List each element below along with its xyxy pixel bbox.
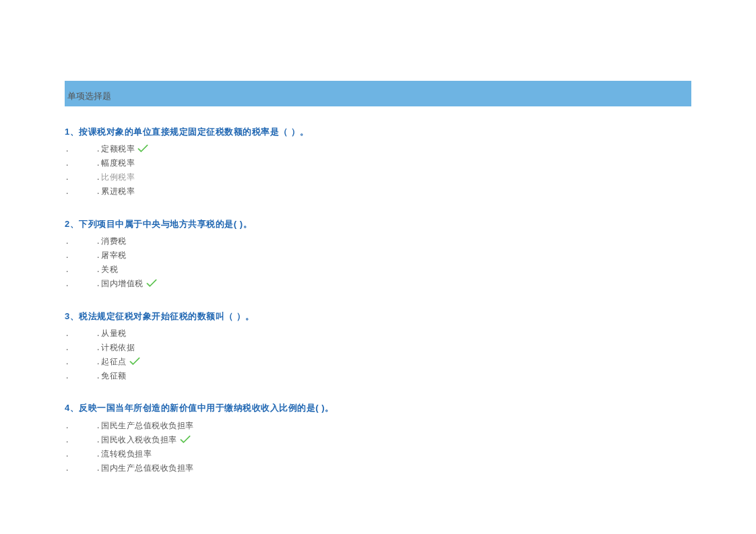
option-row: .. 国民生产总值税收负担率: [65, 418, 691, 432]
question-number: 2: [65, 219, 70, 229]
bullet-icon: .: [65, 327, 97, 340]
section-title: 单项选择题: [67, 90, 111, 102]
option-label: 消费税: [101, 234, 127, 248]
option-row: .. 免征额: [65, 368, 691, 382]
questions-list: 1、按课税对象的单位直接规定固定征税数额的税率是（ ）。.. 定额税率.. 幅度…: [65, 125, 691, 475]
question-body: 、税法规定征税对象开始征税的数额叫（ ）。: [70, 311, 255, 321]
question-number: 4: [65, 403, 70, 413]
bullet-icon: .: [65, 447, 97, 461]
checkmark-icon: [137, 144, 148, 154]
option-label: 国民生产总值税收负担率: [101, 419, 194, 432]
option-label: 起征点: [101, 355, 127, 368]
question-text: 1、按课税对象的单位直接规定固定征税数额的税率是（ ）。: [65, 125, 691, 139]
option-row: .. 从量税: [65, 326, 691, 340]
option-row: .. 幅度税率: [65, 156, 691, 170]
question-block: 4、反映一国当年所创造的新价值中用于缴纳税收收入比例的是( )。.. 国民生产总…: [65, 401, 691, 475]
bullet-icon: .: [65, 355, 97, 368]
option-row: .. 累进税率: [65, 185, 691, 199]
option-row: .. 国民收入税收负担率: [65, 432, 691, 446]
option-row: .. 计税依据: [65, 340, 691, 354]
option-label: 国内增值税: [101, 277, 144, 290]
bullet-icon: .: [65, 263, 97, 276]
bullet-icon: .: [65, 170, 97, 184]
option-label: 计税依据: [101, 341, 135, 354]
option-row: .. 定额税率: [65, 142, 691, 156]
option-label: 比例税率: [101, 170, 135, 184]
bullet-icon: .: [65, 433, 97, 446]
option-row: .. 屠宰税: [65, 248, 691, 263]
options: .. 国民生产总值税收负担率.. 国民收入税收负担率.. 流转税负担率.. 国内…: [65, 418, 691, 475]
bullet-icon: .: [65, 369, 97, 382]
question-text: 4、反映一国当年所创造的新价值中用于缴纳税收收入比例的是( )。: [65, 401, 691, 415]
option-row: .. 关税: [65, 263, 691, 277]
bullet-icon: .: [65, 156, 97, 170]
bullet-icon: .: [65, 461, 97, 475]
section-header: 单项选择题: [65, 81, 691, 106]
option-label: 免征额: [101, 369, 127, 382]
option-row: .. 国内增值税: [65, 277, 691, 291]
option-label: 关税: [101, 263, 118, 276]
question-block: 3、税法规定征税对象开始征税的数额叫（ ）。.. 从量税.. 计税依据.. 起征…: [65, 310, 691, 383]
option-row: .. 国内生产总值税收负担率: [65, 461, 691, 475]
bullet-icon: .: [65, 185, 97, 198]
options: .. 定额税率.. 幅度税率.. 比例税率.. 累进税率: [65, 142, 691, 199]
option-row: .. 起征点: [65, 354, 691, 368]
bullet-icon: .: [65, 234, 97, 248]
checkmark-icon: [146, 279, 157, 288]
option-label: 累进税率: [101, 185, 135, 198]
option-row: .. 比例税率: [65, 170, 691, 185]
bullet-icon: .: [65, 277, 97, 290]
option-label: 屠宰税: [101, 248, 127, 262]
question-text: 3、税法规定征税对象开始征税的数额叫（ ）。: [65, 310, 691, 324]
question-block: 1、按课税对象的单位直接规定固定征税数额的税率是（ ）。.. 定额税率.. 幅度…: [65, 125, 691, 199]
question-body: 、反映一国当年所创造的新价值中用于缴纳税收收入比例的是( )。: [70, 403, 334, 413]
question-body: 、按课税对象的单位直接规定固定征税数额的税率是（ ）。: [70, 127, 309, 137]
option-label: 国民收入税收负担率: [101, 433, 177, 446]
question-block: 2、下列项目中属于中央与地方共享税的是( )。.. 消费税.. 屠宰税.. 关税…: [65, 218, 691, 291]
quiz-container: 单项选择题 1、按课税对象的单位直接规定固定征税数额的税率是（ ）。.. 定额税…: [65, 81, 691, 475]
question-number: 3: [65, 311, 70, 321]
option-label: 定额税率: [101, 142, 135, 156]
bullet-icon: .: [65, 419, 97, 432]
option-label: 国内生产总值税收负担率: [101, 461, 194, 475]
question-number: 1: [65, 127, 70, 137]
option-label: 流转税负担率: [101, 447, 152, 461]
question-text: 2、下列项目中属于中央与地方共享税的是( )。: [65, 218, 691, 232]
option-label: 从量税: [101, 327, 127, 340]
checkmark-icon: [180, 435, 191, 444]
bullet-icon: .: [65, 248, 97, 262]
bullet-icon: .: [65, 142, 97, 156]
option-label: 幅度税率: [101, 156, 135, 170]
bullet-icon: .: [65, 341, 97, 354]
question-body: 、下列项目中属于中央与地方共享税的是( )。: [70, 219, 252, 229]
options: .. 从量税.. 计税依据.. 起征点.. 免征额: [65, 326, 691, 382]
options: .. 消费税.. 屠宰税.. 关税.. 国内增值税: [65, 234, 691, 291]
option-row: .. 消费税: [65, 234, 691, 248]
checkmark-icon: [129, 357, 140, 366]
option-row: .. 流转税负担率: [65, 446, 691, 461]
